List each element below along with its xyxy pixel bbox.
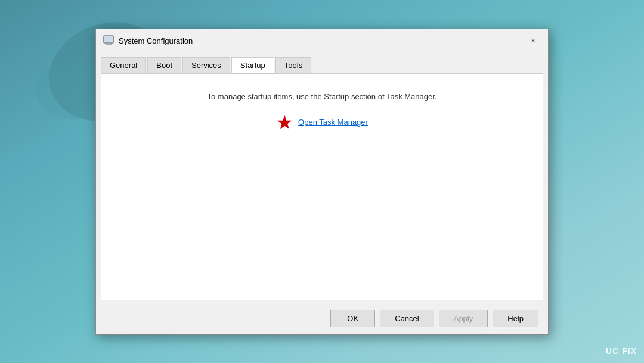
svg-rect-1 (107, 43, 110, 44)
svg-rect-0 (104, 36, 113, 43)
svg-rect-2 (106, 44, 112, 45)
button-bar: OK Cancel Apply Help (96, 305, 548, 334)
tab-startup[interactable]: Startup (231, 57, 274, 73)
title-bar: System Configuration × (96, 29, 548, 53)
system-config-dialog: System Configuration × General Boot Serv… (95, 29, 549, 335)
link-container: ★ Open Task Manager (276, 113, 368, 132)
star-icon: ★ (276, 113, 293, 132)
tab-boot[interactable]: Boot (147, 57, 181, 73)
open-task-manager-link[interactable]: Open Task Manager (298, 118, 368, 127)
close-button[interactable]: × (525, 33, 541, 48)
dialog-title: System Configuration (119, 36, 525, 45)
cancel-button[interactable]: Cancel (380, 310, 434, 327)
tab-services[interactable]: Services (182, 57, 230, 73)
tab-general[interactable]: General (101, 57, 146, 73)
tab-bar: General Boot Services Startup Tools (96, 53, 548, 73)
dialog-icon (103, 35, 114, 46)
apply-button[interactable]: Apply (439, 310, 488, 327)
tab-tools[interactable]: Tools (275, 57, 311, 73)
watermark: UC FIX (606, 346, 637, 356)
content-area: To manage startup items, use the Startup… (101, 73, 543, 300)
help-button[interactable]: Help (493, 310, 538, 327)
ok-button[interactable]: OK (330, 310, 375, 327)
info-text: To manage startup items, use the Startup… (208, 92, 437, 101)
